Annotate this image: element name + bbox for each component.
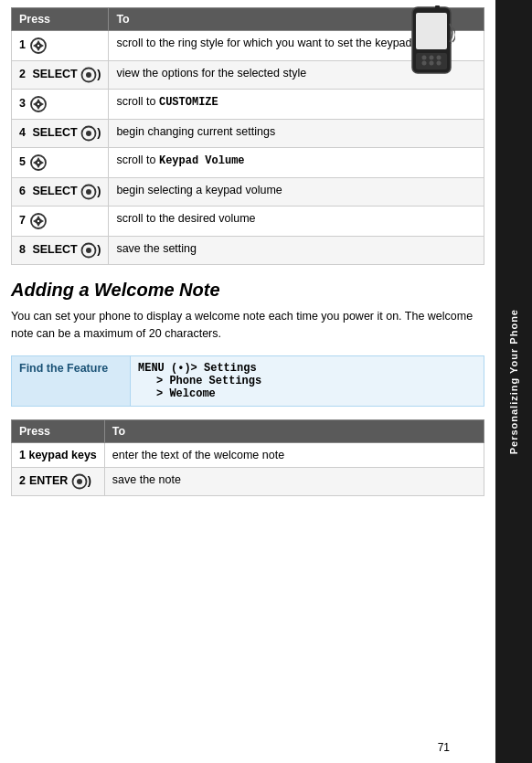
table1-header-press: Press	[12, 8, 109, 31]
svg-point-37	[86, 248, 91, 253]
row-number: 6	[19, 185, 26, 197]
find-feature-line2: > Phone Settings	[138, 375, 261, 387]
table2-row-action: save the note	[104, 467, 484, 495]
svg-marker-27	[33, 160, 37, 165]
table1-row-step: 5	[12, 148, 109, 178]
table1-row-step: 7	[12, 207, 109, 237]
find-feature-line3: > Welcome	[138, 387, 216, 400]
find-feature-line1: MENU (•)> Settings	[138, 362, 257, 375]
table1-row-action: begin changing current settings	[109, 120, 484, 148]
table2-row-action: enter the text of the welcome note	[104, 442, 484, 467]
svg-point-6	[422, 61, 427, 66]
page-container: Press To 1 scroll to the ring style for …	[0, 0, 495, 763]
select-label: SELECT	[32, 68, 80, 80]
find-feature-label: Find the Feature	[12, 355, 131, 406]
table2-row-step: 2ENTER )	[12, 467, 105, 495]
svg-point-3	[422, 56, 427, 60]
svg-rect-9	[435, 5, 440, 13]
side-tab: Personalizing Your Phone	[495, 0, 532, 763]
table1-row-step: 1	[12, 31, 109, 61]
table1-row-action: scroll to Keypad Volume	[109, 148, 484, 178]
svg-point-30	[86, 189, 91, 195]
svg-rect-1	[416, 13, 447, 49]
section-heading: Adding a Welcome Note	[11, 280, 484, 301]
table2-header-press: Press	[12, 419, 105, 442]
row-number: 2	[19, 474, 26, 487]
row-number: 7	[19, 214, 26, 227]
select-label: SELECT	[32, 185, 80, 197]
find-feature-table: Find the Feature MENU (•)> Settings > Ph…	[11, 355, 484, 407]
svg-marker-35	[39, 218, 44, 224]
svg-marker-20	[33, 101, 37, 107]
svg-marker-13	[33, 43, 37, 48]
find-feature-value: MENU (•)> Settings > Phone Settings > We…	[131, 355, 484, 406]
table1-row-step: 3	[12, 90, 109, 120]
row-number: 4	[19, 126, 26, 139]
section-body: You can set your phone to display a welc…	[11, 308, 484, 343]
enter-label: ENTER	[29, 474, 71, 487]
table1-row-action: begin selecting a keypad volume	[109, 178, 484, 207]
svg-marker-34	[33, 218, 37, 224]
svg-point-4	[430, 56, 434, 60]
row-number: 5	[19, 155, 26, 168]
press-label: keypad keys	[28, 449, 96, 461]
svg-marker-21	[39, 101, 44, 107]
table2-row-step: 1 keypad keys	[12, 442, 105, 467]
table1-row-action: scroll to the desired volume	[109, 207, 484, 237]
select-label: SELECT	[32, 126, 80, 139]
row-number: 1	[19, 38, 26, 51]
row-number: 8	[19, 243, 26, 256]
table1-row-action: save the setting	[109, 237, 484, 265]
svg-point-23	[86, 131, 91, 136]
svg-point-39	[77, 479, 82, 484]
table1-row-action: scroll to CUSTOMIZE	[109, 90, 484, 120]
svg-point-7	[430, 61, 434, 66]
svg-point-8	[437, 61, 442, 66]
svg-point-5	[437, 56, 442, 60]
table2-header-to: To	[104, 419, 484, 442]
table1-row-step: 2 SELECT )	[12, 61, 109, 90]
page-number: 71	[438, 741, 450, 754]
svg-marker-28	[39, 160, 44, 165]
svg-marker-14	[39, 43, 44, 48]
table1-row-step: 8 SELECT )	[12, 237, 109, 265]
row-number: 2	[19, 68, 26, 80]
side-tab-label: Personalizing Your Phone	[508, 309, 519, 454]
row-number: 3	[19, 97, 26, 110]
steps-table-2: Press To 1 keypad keysenter the text of …	[11, 419, 484, 496]
svg-point-16	[86, 72, 91, 78]
table1-row-step: 6 SELECT )	[12, 178, 109, 207]
phone-graphic-area	[408, 5, 455, 83]
row-number: 1	[19, 449, 26, 461]
select-label: SELECT	[32, 243, 80, 256]
table1-row-step: 4 SELECT )	[12, 120, 109, 148]
